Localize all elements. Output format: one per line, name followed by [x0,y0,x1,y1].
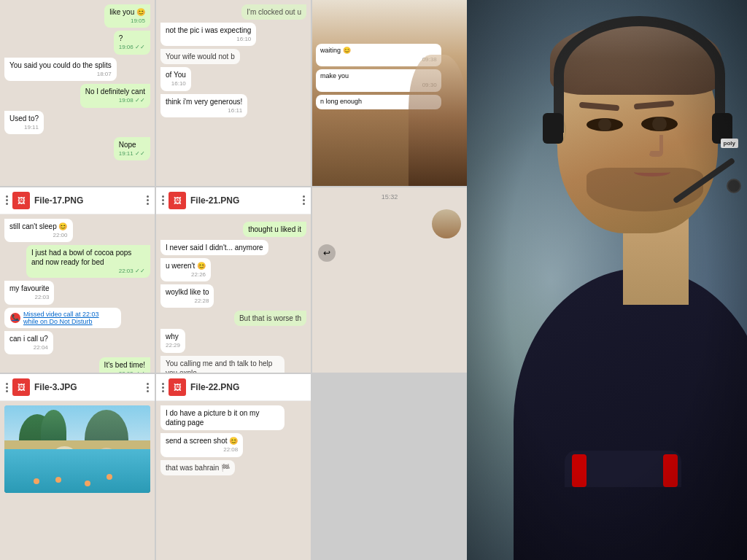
swimmer-2 [55,477,61,483]
person-photo-panel: poly [467,0,747,560]
msg: I'm clocked out u [241,4,306,20]
tile-8-body: I do have a picture b it on my dating pa… [156,401,311,560]
msg: like you 😊 19:05 [104,4,150,28]
tile-1-body: like you 😊 19:05 ? 19:06 ✓✓ You said you… [0,0,155,186]
avatar-image [432,209,461,238]
msg: I never said I didn't... anymore [160,240,268,255]
msg: that was bahrain 🏁 [160,460,235,475]
tile-2-body: I'm clocked out u not the pic i was expe… [156,0,311,186]
msg: No I definitely cant 19:08 ✓✓ [80,84,150,107]
tile-5-header: 🖼 File-21.PNG [156,187,311,214]
msg: It's bed time! 22:05 ✓✓ [99,357,150,373]
tile-4-body: still can't sleep 😊 22:00 I just had a b… [0,214,155,373]
headset-band [554,16,725,133]
tile-2: I'm clocked out u not the pic i was expe… [156,0,311,186]
pool-image [4,405,150,493]
mouth [634,168,670,176]
msg: not the pic i was expecting 16:10 [160,23,256,46]
headset-ear-cup-left [543,113,563,144]
tile-7: 🖼 File-3.JPG [0,374,155,560]
file-name-label: File-3.JPG [34,382,142,392]
tile-6: 15:32 ↩ [312,187,467,373]
timestamp: 15:32 [318,190,461,203]
nose [649,135,663,157]
file-type-icon: 🖼 [12,192,30,209]
tile-1: like you 😊 19:05 ? 19:06 ✓✓ You said you… [0,0,155,186]
chat-grid: like you 😊 19:05 ? 19:06 ✓✓ You said you… [0,0,467,560]
more-menu-icon[interactable] [6,383,8,392]
avatar [432,209,461,238]
tile-4-header: 🖼 File-17.PNG [0,187,155,214]
msg: why 22:29 [160,329,185,352]
missed-call-notification: 📞 Missed video call at 22:03 while on Do… [4,308,121,328]
msg: You calling me and th talk to help you e… [160,356,285,373]
file-name-label: File-22.PNG [190,382,305,392]
msg: send a screen shot 😊 22:08 [160,433,243,456]
more-menu-icon[interactable] [162,195,164,205]
more-menu-icon[interactable] [162,383,164,392]
tile-4: 🖼 File-17.PNG still can't sleep 😊 22:00 … [0,187,155,373]
tile-7-header: 🖼 File-3.JPG [0,374,155,401]
msg: think i'm very generous! 16:11 [160,94,247,117]
msg: thought u liked it [243,222,306,237]
file-type-icon: 🖼 [169,192,186,209]
poly-logo-label: poly [721,139,738,148]
tile-3-partial: waiting 😊 09:38 make you 09:30 n long en… [312,0,467,186]
msg: still can't sleep 😊 22:00 [4,219,73,242]
msg: my favourite 22:03 [4,281,54,304]
tile-5: 🖼 File-21.PNG thought u liked it I never… [156,187,311,373]
poly-brand: poly [724,140,735,147]
reply-arrow: ↩ [318,244,461,262]
more-menu-icon[interactable] [6,195,8,205]
msg: I do have a picture b it on my dating pa… [160,405,285,430]
msg: Nope 19:11 ✓✓ [114,137,150,160]
options-icon[interactable] [147,383,149,392]
msg: woylkd like to 22:28 [160,284,214,308]
msg: I just had a bowl of cocoa pops and now … [26,245,150,278]
avatar-area [318,209,461,238]
pool-water [4,449,150,493]
msg: of You 16:10 [160,67,191,90]
man-photo: poly [467,0,747,560]
msg: u weren't 😊 22:26 [160,258,211,281]
msg: can i call u? 22:04 [4,331,53,354]
tile-8-header: 🖼 File-22.PNG [156,374,311,401]
person-silhouette [409,55,467,186]
pool-scene [4,405,150,493]
file-name-label: File-21.PNG [190,195,298,206]
tile-5-body: thought u liked it I never said I didn't… [156,214,311,373]
team-accent-right [572,454,587,487]
options-icon[interactable] [303,195,305,205]
file-name-label: File-17.PNG [34,195,142,206]
tile-6-body: 15:32 ↩ [312,187,467,265]
team-accent-left [663,454,678,487]
msg: Used to? 19:11 [4,111,44,134]
tile-8: 🖼 File-22.PNG I do have a picture b it o… [156,374,311,560]
mic-head [727,179,741,193]
msg: You said you could do the splits 18:07 [4,58,117,81]
options-icon[interactable] [147,195,149,205]
swimmer-3 [85,481,90,486]
reply-icon: ↩ [318,244,336,262]
missed-call-icon: 📞 [10,313,20,323]
msg: But that is worse th [234,311,306,326]
msg: Your wife would not b [160,49,240,64]
file-type-icon: 🖼 [12,378,30,396]
tile-7-body [0,401,155,560]
msg: ? 19:06 ✓✓ [114,31,150,54]
file-type-icon: 🖼 [169,378,186,396]
